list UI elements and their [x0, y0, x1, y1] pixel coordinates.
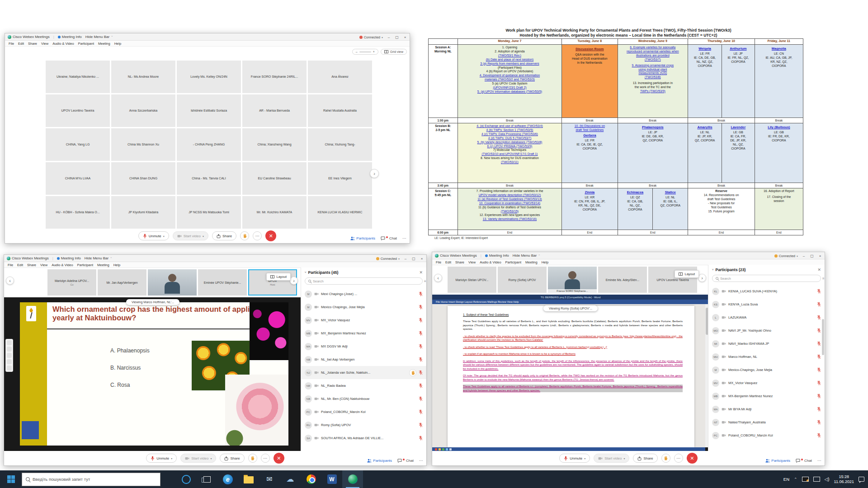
- meeting-info-tab[interactable]: Meeting Info: [58, 35, 82, 39]
- agenda-link[interactable]: (b) Date and place of next session): [459, 58, 561, 62]
- participant-row[interactable]: MAMX DGSV Mr Adji: [301, 340, 426, 353]
- chat-tab[interactable]: Chat: [796, 459, 812, 463]
- test-guideline-link[interactable]: Echinacea: [619, 190, 652, 194]
- menu-item-help[interactable]: Help: [542, 260, 548, 264]
- sort-icon[interactable]: ≡: [822, 277, 827, 281]
- participant-row[interactable]: KSKENYA_Lucia Suva: [708, 298, 825, 311]
- participant-row[interactable]: MMexi Chapingo (Jose) ...: [301, 287, 426, 300]
- participant-tile[interactable]: China - Ms. Tanvia CALI: [177, 162, 241, 195]
- menu-item-meeting[interactable]: Meeting: [97, 263, 109, 267]
- test-guideline-link[interactable]: Phalaenopsis: [619, 125, 687, 129]
- chat-tab[interactable]: Chat: [397, 459, 414, 463]
- participant-tile[interactable]: CHINA MYu LI/AA: [46, 162, 110, 195]
- previous-participants-button[interactable]: ‹: [434, 274, 442, 282]
- participant-tile[interactable]: EE Ines Vilegem: [308, 162, 372, 195]
- edge-taskbar-icon[interactable]: e: [217, 470, 238, 488]
- participant-row[interactable]: NBNL, Mr. Ben (CGN) Naktuinbouw: [301, 392, 426, 405]
- participant-row[interactable]: NTNatee/Thaiyani_Australia: [708, 416, 825, 429]
- maximize-button[interactable]: ▢: [394, 35, 400, 39]
- screen-share-tray-icon[interactable]: [802, 477, 809, 482]
- more-options-button[interactable]: ⋯: [674, 454, 683, 463]
- start-button[interactable]: [0, 470, 22, 488]
- share-button[interactable]: Share: [220, 454, 244, 463]
- participant-tile[interactable]: HU - KÖBH - Szilvia Makra O...: [46, 196, 110, 229]
- menu-item-share[interactable]: Share: [27, 263, 36, 267]
- participant-row[interactable]: MHMarco Hoffman, NL: [708, 350, 825, 363]
- start-video-button[interactable]: Start video▾: [180, 454, 216, 463]
- start-video-button[interactable]: Start video▾: [173, 231, 208, 240]
- layout-button[interactable]: Layout: [675, 270, 699, 278]
- participant-tile[interactable]: - CHINA Peng ZHANG: [177, 128, 241, 161]
- agenda-link[interactable]: (TWO/53/8): [619, 75, 687, 80]
- volume-icon[interactable]: ◁): [825, 477, 830, 482]
- unmute-button[interactable]: Unmute▾: [138, 231, 169, 240]
- menu-item-participant[interactable]: Participant: [77, 263, 93, 267]
- participant-tile[interactable]: Ana Álvarez: [308, 61, 372, 93]
- menu-item-file[interactable]: File: [8, 263, 13, 267]
- test-guideline-link[interactable]: Gerbera: [563, 133, 616, 137]
- participant-search-input[interactable]: Search≡: [712, 275, 821, 282]
- annotation-color-yellow-icon[interactable]: [439, 448, 441, 450]
- participant-tile[interactable]: JP NCSS Ms Matsuoka Tomi: [177, 196, 241, 229]
- agenda-link[interactable]: 5. (a) UPOV information databases (TWO/5…: [459, 90, 561, 94]
- participant-tile[interactable]: China; Xianzheng Wang: [242, 128, 307, 161]
- participant-row[interactable]: MMexico Chapingo, Jose Mejia: [301, 300, 426, 314]
- maximize-button[interactable]: ▢: [809, 254, 815, 258]
- agenda-link[interactable]: (TWO/53/11): [459, 160, 561, 164]
- participant-tile[interactable]: China Ms Shannon Xu: [111, 128, 175, 161]
- agenda-link[interactable]: (TWO/53/7): [619, 58, 687, 62]
- agenda-link[interactable]: 10. (b) Discussions on: [563, 124, 616, 128]
- agenda-link[interactable]: UPOV model variety description (TWO/53/1…: [459, 193, 561, 197]
- participant-tile[interactable]: CHINA, Yang LG: [46, 128, 110, 161]
- next-participants-button[interactable]: ›: [290, 277, 298, 285]
- share-button[interactable]: Share: [212, 231, 236, 240]
- agenda-link[interactable]: measurements (IUS): [619, 71, 687, 75]
- network-icon[interactable]: [813, 477, 820, 482]
- agenda-link[interactable]: 4. (a) Exchange and use of software (TWO…: [459, 124, 561, 128]
- zoom-slider[interactable]: [359, 52, 371, 52]
- agenda-link[interactable]: 4. Development of guidance and informati…: [459, 74, 561, 78]
- word-taskbar-icon[interactable]: W: [321, 470, 342, 488]
- participant-tile[interactable]: KENIA LUCIA VLASIU HERMIC: [308, 196, 372, 229]
- participants-tab[interactable]: Participants: [350, 236, 375, 240]
- hide-menubar-tab[interactable]: Hide Menu Bar⌃: [85, 35, 113, 39]
- participant-tile[interactable]: JP Kiyofumi Kitadaira: [111, 196, 175, 229]
- annotation-tool-icon[interactable]: [449, 448, 452, 450]
- agenda-link[interactable]: (UPOV/INF/23/1 Draft 2): [459, 86, 561, 90]
- panel-more-button[interactable]: ⋯: [817, 459, 821, 463]
- annotation-color-blue-icon[interactable]: [446, 448, 448, 450]
- cortana-taskbar-icon[interactable]: [176, 470, 197, 488]
- menu-item-view[interactable]: View: [41, 42, 48, 46]
- participant-row[interactable]: LLAZUKAWA: [708, 311, 825, 324]
- collapse-icon[interactable]: ˅: [305, 271, 307, 274]
- layout-button[interactable]: Layout: [266, 273, 291, 281]
- webex-taskbar-icon[interactable]: [342, 470, 363, 488]
- sort-icon[interactable]: ≡: [424, 279, 429, 284]
- video-tile[interactable]: [148, 269, 197, 296]
- test-guideline-link[interactable]: Anthurium: [723, 47, 754, 51]
- text-tool-icon[interactable]: [7, 353, 12, 358]
- agenda-link[interactable]: 5. (b) Variety description databases (TW…: [459, 141, 561, 145]
- close-button[interactable]: ×: [817, 254, 823, 258]
- menu-item-share[interactable]: Share: [28, 42, 37, 46]
- participants-tab[interactable]: Participants: [367, 459, 392, 463]
- minimize-button[interactable]: –: [801, 254, 807, 258]
- onedrive-taskbar-icon[interactable]: ☁: [280, 470, 301, 488]
- participant-row[interactable]: RURomy (Sofia) UPOV: [301, 418, 426, 432]
- unmute-button[interactable]: Unmute▾: [559, 454, 590, 463]
- participant-row[interactable]: PCPoland_COBORU_Marcin Kol: [301, 405, 426, 418]
- participant-row[interactable]: MMexico-Chapingo, Jose Mejia: [708, 363, 825, 376]
- more-options-button[interactable]: ⋯: [261, 454, 270, 463]
- menu-item-file[interactable]: File: [9, 42, 14, 46]
- test-guideline-link[interactable]: Magnolia: [756, 47, 802, 51]
- participant-row[interactable]: MVMX_Victor Vasquez: [301, 314, 426, 327]
- menu-item-view[interactable]: View: [468, 260, 476, 264]
- leave-meeting-button[interactable]: ✕: [687, 453, 698, 464]
- agenda-link[interactable]: 6 (c) UPOV PRISMA (TWO/53/9): [459, 145, 561, 149]
- shape-tool-icon[interactable]: [7, 366, 12, 371]
- test-guideline-link[interactable]: Statice: [654, 190, 687, 194]
- task-view-taskbar-icon[interactable]: [197, 470, 217, 488]
- participant-tile[interactable]: CHINA Shan DUNG: [111, 162, 175, 195]
- zoom-control[interactable]: –+: [352, 49, 378, 55]
- menu-item-meeting[interactable]: Meeting: [98, 42, 110, 46]
